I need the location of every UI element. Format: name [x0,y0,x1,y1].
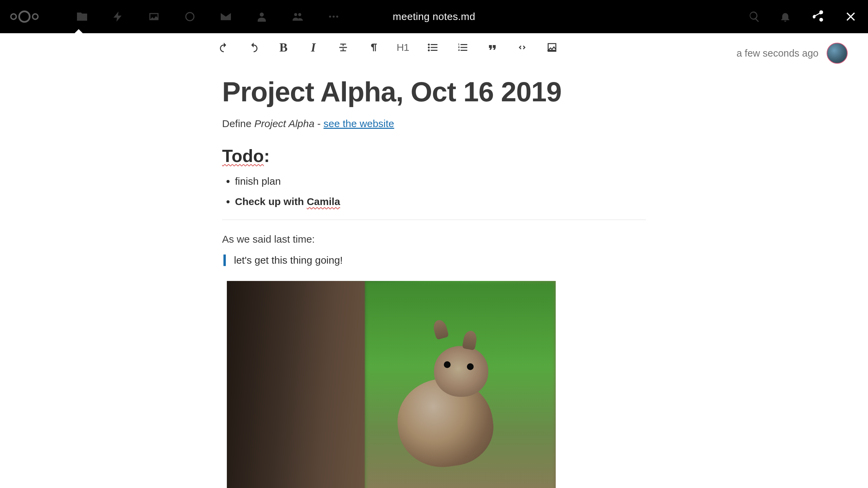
blockquote[interactable]: let's get this thing going! [223,255,646,266]
app-logo[interactable] [10,11,39,23]
text: : [264,146,270,166]
todo-list[interactable]: finish plan Check up with Camila [222,176,646,207]
svg-point-3 [336,16,338,18]
user-avatar[interactable] [827,43,848,64]
svg-point-0 [186,13,194,21]
bold-button[interactable]: B [277,41,290,54]
doc-intro-paragraph[interactable]: Define Project Alpha - see the website [222,118,646,129]
text: - [314,118,323,129]
contacts-icon[interactable] [256,11,268,23]
app-nav [76,11,340,23]
website-link[interactable]: see the website [323,118,394,129]
text: Define [222,118,254,129]
editor-meta: a few seconds ago [736,43,848,64]
list-item[interactable]: finish plan [235,176,646,187]
doc-heading-2[interactable]: Todo: [222,146,646,166]
doc-paragraph[interactable]: As we said last time: [222,233,646,245]
svg-point-4 [428,44,430,46]
embedded-image[interactable] [227,281,556,488]
strikethrough-button[interactable] [336,41,350,54]
doc-heading-1[interactable]: Project Alpha, Oct 16 2019 [222,76,646,108]
more-apps-icon[interactable] [328,11,340,23]
svg-point-5 [428,46,430,48]
document-filename: meeting notes.md [393,11,475,22]
gallery-icon[interactable] [148,11,160,23]
paragraph-button[interactable] [366,41,380,54]
redo-button[interactable] [247,41,260,54]
activity-icon[interactable] [112,11,124,23]
app-topbar: meeting notes.md [0,0,868,33]
spellcheck-word[interactable]: Todo [222,146,264,166]
svg-point-1 [329,16,331,18]
bullet-list-button[interactable] [426,41,439,54]
ordered-list-button[interactable] [456,41,469,54]
editor-area: B I H1 a few seconds ago Project Alpha, … [0,33,868,488]
files-icon[interactable] [76,11,88,23]
search-icon[interactable] [748,11,761,23]
blockquote-button[interactable] [486,41,499,54]
code-button[interactable] [515,41,529,54]
text: Check up with [235,196,307,207]
image-button[interactable] [545,41,559,54]
save-status: a few seconds ago [736,48,818,59]
heading-button[interactable]: H1 [396,41,410,54]
notifications-icon[interactable] [779,11,791,23]
svg-point-6 [428,49,430,52]
list-item[interactable]: Check up with Camila [235,196,646,207]
undo-button[interactable] [217,41,231,54]
spellcheck-word[interactable]: Camila [307,196,340,207]
mail-icon[interactable] [220,11,232,23]
italic-text: Project Alpha [254,118,314,129]
contacts-group-icon[interactable] [292,11,304,23]
italic-button[interactable]: I [307,41,320,54]
circles-icon[interactable] [184,11,196,23]
close-icon[interactable] [844,9,858,24]
document-content[interactable]: Project Alpha, Oct 16 2019 Define Projec… [222,62,646,488]
svg-point-2 [333,16,335,18]
share-icon[interactable] [810,9,825,24]
horizontal-rule [222,220,646,220]
